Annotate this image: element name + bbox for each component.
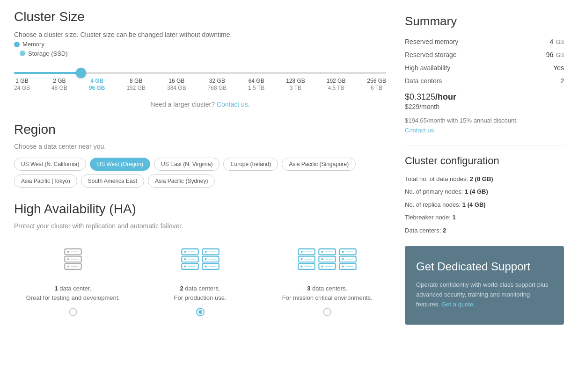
get-a-quote-link[interactable]: Get a quote [441, 301, 473, 308]
contact-us-link[interactable]: Contact us [217, 101, 248, 108]
svg-point-37 [322, 251, 323, 253]
cluster-size-title: Cluster Size [14, 9, 386, 24]
ha-icon [14, 241, 132, 278]
size-labels: 1 GB24 GB2 GB48 GB4 GB96 GB8 GB192 GB16 … [14, 78, 386, 91]
ha-section: High Availability (HA) Protect your clus… [14, 202, 386, 318]
svg-point-10 [184, 251, 186, 253]
svg-point-34 [301, 266, 303, 268]
slider-thumb[interactable] [76, 68, 86, 78]
ha-radio-button[interactable] [196, 308, 205, 316]
svg-point-43 [322, 266, 323, 268]
need-larger-text: Need a larger cluster? Contact us. [14, 101, 386, 108]
price-block: $0.3125/hour $229/month $194.65/month wi… [405, 92, 564, 136]
size-label[interactable]: 16 GB384 GB [167, 78, 186, 91]
region-section: Region Choose a data center near you. US… [14, 122, 386, 188]
region-tag[interactable]: Asia Pacific (Tokyo) [14, 174, 77, 188]
ha-icon [268, 241, 386, 278]
slider-fill [14, 72, 81, 74]
config-row: Data centers: 2 [405, 226, 564, 235]
dedicated-title: Get Dedicated Support [416, 259, 553, 274]
ha-radio-button[interactable] [323, 308, 331, 316]
size-label[interactable]: 192 GB4.5 TB [327, 78, 346, 91]
region-tag[interactable]: Europe (Ireland) [223, 158, 278, 171]
price-discount: $194.65/month with 15% annual discount. … [405, 116, 564, 136]
ha-radio-button[interactable] [69, 308, 77, 316]
region-tag[interactable]: US East (N. Virginia) [154, 158, 219, 171]
svg-point-1 [67, 251, 69, 253]
region-tag[interactable]: US West (Oregon) [90, 158, 150, 171]
region-title: Region [14, 122, 386, 137]
svg-point-40 [322, 258, 323, 260]
contact-us-discount-link[interactable]: Contact us [405, 127, 434, 134]
size-label[interactable]: 64 GB1.5 TB [248, 78, 264, 91]
ha-option[interactable]: 3 data centers.For mission critical envi… [268, 241, 386, 318]
sidebar: Summary Reserved memory4 GBReserved stor… [405, 9, 564, 325]
config-row: No. of primary nodes: 1 (4 GB) [405, 187, 564, 196]
svg-point-19 [205, 251, 206, 253]
ha-title: High Availability (HA) [14, 202, 386, 217]
svg-point-46 [342, 251, 344, 253]
config-row: Tiebreaker node: 1 [405, 213, 564, 222]
ha-option[interactable]: 2 data centers.For production use. [141, 241, 259, 318]
summary-row: Reserved storage96 GB [405, 51, 564, 58]
region-tag[interactable]: South America East [81, 174, 144, 188]
ha-desc: Protect your cluster with replication an… [14, 222, 386, 230]
config-row: No. of replica nodes: 1 (4 GB) [405, 200, 564, 210]
config-row: Total no. of data nodes: 2 (8 GB) [405, 174, 564, 184]
slider-track[interactable] [14, 72, 386, 74]
svg-point-4 [67, 258, 69, 260]
svg-point-25 [205, 266, 206, 268]
region-tag[interactable]: Asia Pacific (Singapore) [282, 158, 356, 171]
cluster-size-section: Cluster Size Choose a cluster size. Clus… [14, 9, 386, 108]
size-label[interactable]: 8 GB192 GB [126, 78, 146, 91]
summary-row: Reserved memory4 GB [405, 38, 564, 45]
size-label[interactable]: 128 GB3 TB [286, 78, 305, 91]
region-tag[interactable]: US West (N. California) [14, 158, 86, 171]
size-label[interactable]: 32 GB768 GB [208, 78, 227, 91]
svg-point-49 [342, 258, 344, 260]
size-label[interactable]: 4 GB96 GB [89, 78, 105, 91]
summary-box: Summary Reserved memory4 GBReserved stor… [405, 9, 564, 145]
region-tag[interactable]: Asia Pacific (Sydney) [148, 174, 215, 188]
memory-dot [14, 42, 20, 47]
cluster-config: Cluster configuration Total no. of data … [405, 155, 564, 235]
summary-row: Data centers2 [405, 77, 564, 85]
svg-point-52 [342, 266, 344, 268]
summary-row: High availabilityYes [405, 64, 564, 72]
size-label[interactable]: 256 GB6 TB [367, 78, 386, 91]
size-label[interactable]: 2 GB48 GB [51, 78, 67, 91]
svg-point-13 [184, 258, 186, 260]
svg-point-28 [301, 251, 303, 253]
main-content: Cluster Size Choose a cluster size. Clus… [14, 9, 386, 325]
svg-point-31 [301, 258, 303, 260]
size-label[interactable]: 1 GB24 GB [14, 78, 30, 91]
region-desc: Choose a data center near you. [14, 143, 386, 150]
cluster-size-slider[interactable] [14, 72, 386, 74]
cluster-config-title: Cluster configuration [405, 155, 564, 167]
ha-icon [141, 241, 259, 278]
region-tags: US West (N. California)US West (Oregon)U… [14, 158, 386, 188]
svg-point-7 [67, 266, 69, 268]
legend: Memory Storage (SSD) [14, 40, 386, 58]
cluster-size-desc: Choose a cluster size. Cluster size can … [14, 30, 386, 58]
summary-rows: Reserved memory4 GBReserved storage96 GB… [405, 38, 564, 85]
dedicated-desc: Operate confidently with world-class sup… [416, 280, 553, 309]
ha-option[interactable]: 1 data center.Great for testing and deve… [14, 241, 132, 318]
cluster-config-rows: Total no. of data nodes: 2 (8 GB)No. of … [405, 174, 564, 235]
dedicated-support-box: Get Dedicated Support Operate confidentl… [405, 246, 564, 325]
svg-point-22 [205, 258, 206, 260]
price-month: $229/month [405, 103, 564, 110]
ha-options: 1 data center.Great for testing and deve… [14, 241, 386, 318]
summary-title: Summary [405, 14, 564, 29]
svg-point-16 [184, 266, 186, 268]
storage-dot [20, 51, 25, 56]
price-main: $0.3125/hour [405, 92, 564, 102]
